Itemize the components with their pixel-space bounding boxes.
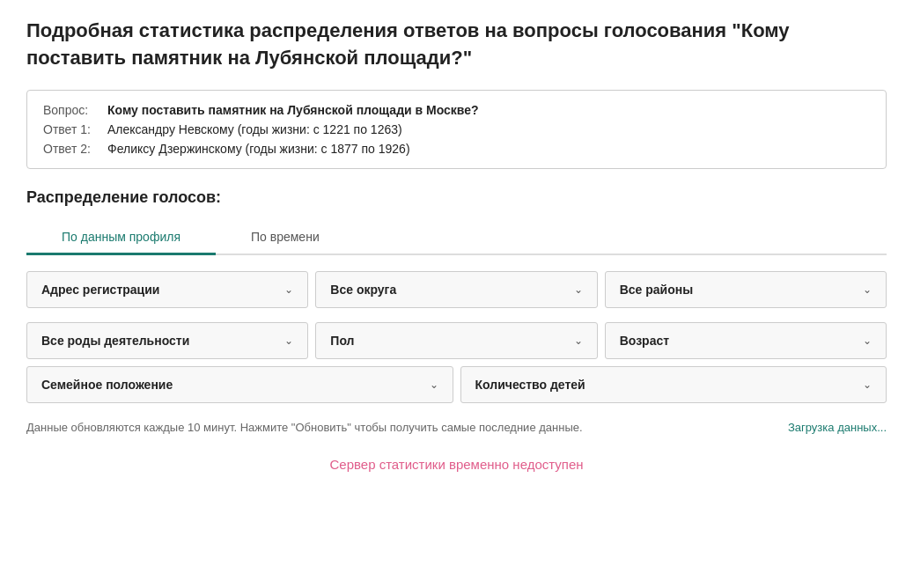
- filter-address-label: Адрес регистрации: [41, 283, 159, 297]
- filters-row2: Все роды деятельности ⌄ Пол ⌄ Возраст ⌄: [26, 322, 887, 359]
- filter-gender[interactable]: Пол ⌄: [315, 322, 597, 359]
- server-error: Сервер статистики временно недоступен: [26, 448, 887, 481]
- filter-children[interactable]: Количество детей ⌄: [460, 366, 887, 403]
- filter-children-label: Количество детей: [475, 378, 585, 392]
- distribution-title: Распределение голосов:: [26, 188, 887, 207]
- loading-link[interactable]: Загрузка данных...: [788, 421, 887, 434]
- chevron-down-icon: ⌄: [284, 334, 293, 347]
- chevron-down-icon: ⌄: [574, 334, 583, 347]
- filters-row1: Адрес регистрации ⌄ Все округа ⌄ Все рай…: [26, 271, 887, 308]
- answer2-label: Ответ 2:: [43, 142, 100, 156]
- filter-district-label: Все округа: [330, 283, 396, 297]
- filters-section: Адрес регистрации ⌄ Все округа ⌄ Все рай…: [26, 271, 887, 403]
- status-note: Данные обновляются каждые 10 минут. Нажм…: [26, 421, 583, 434]
- filter-age[interactable]: Возраст ⌄: [605, 322, 887, 359]
- filter-gender-label: Пол: [330, 334, 354, 348]
- tabs: По данным профиля По времени: [26, 221, 887, 255]
- page-title: Подробная статистика распределения ответ…: [26, 18, 887, 72]
- filter-district[interactable]: Все округа ⌄: [315, 271, 597, 308]
- filters-row3: Семейное положение ⌄ Количество детей ⌄: [26, 366, 887, 403]
- chevron-down-icon: ⌄: [863, 283, 872, 296]
- answer1-row: Ответ 1: Александру Невскому (годы жизни…: [43, 122, 870, 136]
- filter-address[interactable]: Адрес регистрации ⌄: [26, 271, 308, 308]
- filter-area-label: Все районы: [620, 283, 693, 297]
- answer1-value: Александру Невскому (годы жизни: с 1221 …: [107, 122, 402, 136]
- filter-family[interactable]: Семейное положение ⌄: [26, 366, 453, 403]
- question-label: Вопрос:: [43, 103, 100, 117]
- chevron-down-icon: ⌄: [430, 379, 438, 391]
- tab-time[interactable]: По времени: [216, 221, 355, 254]
- question-row: Вопрос: Кому поставить памятник на Лубян…: [43, 103, 870, 117]
- chevron-down-icon: ⌄: [863, 379, 872, 391]
- chevron-down-icon: ⌄: [574, 283, 583, 296]
- filter-activity[interactable]: Все роды деятельности ⌄: [26, 322, 308, 359]
- answer2-row: Ответ 2: Феликсу Дзержинскому (годы жизн…: [43, 142, 870, 156]
- chevron-down-icon: ⌄: [863, 334, 872, 347]
- status-bar: Данные обновляются каждые 10 минут. Нажм…: [26, 421, 887, 434]
- filter-activity-label: Все роды деятельности: [41, 334, 189, 348]
- answer2-value: Феликсу Дзержинскому (годы жизни: с 1877…: [107, 142, 410, 156]
- answer1-label: Ответ 1:: [43, 122, 100, 136]
- question-value: Кому поставить памятник на Лубянской пло…: [107, 103, 479, 117]
- info-box: Вопрос: Кому поставить памятник на Лубян…: [26, 90, 887, 169]
- filter-family-label: Семейное положение: [41, 378, 173, 392]
- filter-age-label: Возраст: [620, 334, 669, 348]
- chevron-down-icon: ⌄: [284, 283, 293, 296]
- filter-area[interactable]: Все районы ⌄: [605, 271, 887, 308]
- tab-profile[interactable]: По данным профиля: [26, 221, 216, 255]
